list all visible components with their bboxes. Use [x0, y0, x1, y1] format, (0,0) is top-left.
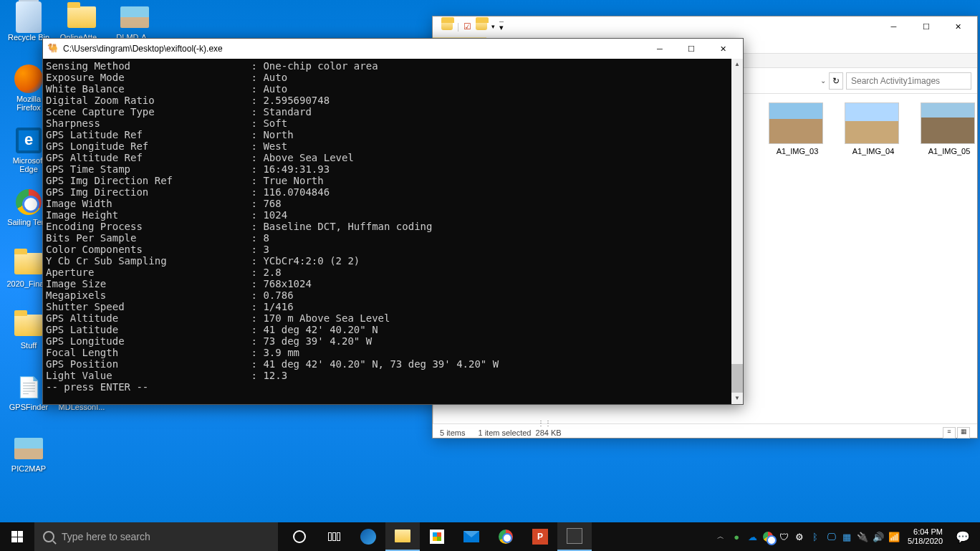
- explorer-titlebar[interactable]: | ☑ ▾ ▾ ─ ☐ ✕: [433, 16, 977, 37]
- tray-bluetooth-icon[interactable]: ᛒ: [807, 522, 823, 551]
- console-title: C:\Users\dingram\Desktop\exiftool(-k).ex…: [63, 44, 223, 54]
- taskbar-mail[interactable]: [454, 522, 489, 551]
- tray-power-icon[interactable]: 🔌: [855, 522, 870, 551]
- minimize-button[interactable]: ─: [644, 39, 676, 58]
- notification-icon: 💬: [956, 530, 970, 544]
- task-view-button[interactable]: [317, 522, 351, 551]
- nav-resize-handle[interactable]: ⋮⋮: [537, 419, 546, 428]
- console-titlebar[interactable]: 🐫 C:\Users\dingram\Desktop\exiftool(-k).…: [43, 39, 743, 59]
- thumbnail-icon: [921, 102, 975, 144]
- pic2map-shortcut[interactable]: PIC2MAP: [4, 434, 53, 473]
- tray-display-icon[interactable]: 🖵: [823, 522, 839, 551]
- taskbar-store[interactable]: [420, 522, 454, 551]
- taskbar-powerpoint[interactable]: P: [523, 522, 557, 551]
- refresh-button[interactable]: ↻: [829, 72, 843, 90]
- folder-onlineatte[interactable]: OnlineAtte...: [57, 3, 106, 42]
- scroll-thumb[interactable]: [731, 364, 743, 393]
- maximize-button[interactable]: ☐: [910, 17, 942, 36]
- qat-overflow-icon[interactable]: ▾: [499, 21, 504, 32]
- file-a1-img-04[interactable]: A1_IMG_04: [845, 102, 902, 155]
- taskview-icon: [328, 532, 340, 541]
- close-button[interactable]: ✕: [707, 39, 739, 58]
- thumbnail-icon: [845, 102, 899, 144]
- close-button[interactable]: ✕: [942, 17, 974, 36]
- powerpoint-icon: P: [532, 529, 548, 545]
- console-output[interactable]: Sensing Method : One-chip color area Exp…: [43, 59, 743, 394]
- tray-onedrive-icon[interactable]: ☁: [744, 522, 760, 551]
- folder-icon: [441, 21, 453, 32]
- qat-separator: |: [457, 21, 459, 32]
- status-selected: 1 item selected 284 KB: [478, 428, 561, 437]
- thumbnail-icon: [769, 102, 823, 144]
- tray-overflow-icon[interactable]: ︿: [713, 522, 729, 551]
- tray-chrome-icon[interactable]: [760, 522, 776, 551]
- taskbar-console[interactable]: [557, 522, 592, 551]
- address-dropdown-icon[interactable]: ⌄: [820, 77, 826, 85]
- maximize-button[interactable]: ☐: [676, 39, 707, 58]
- app-icon: 🐫: [47, 43, 59, 54]
- windows-icon: [11, 531, 23, 542]
- view-thumbnails-icon[interactable]: ▦: [957, 427, 970, 439]
- action-center-button[interactable]: 💬: [948, 530, 977, 544]
- search-placeholder: Type here to search: [62, 531, 150, 542]
- recycle-bin-icon[interactable]: Recycle Bin: [4, 3, 53, 42]
- file-a1-img-03[interactable]: A1_IMG_03: [769, 102, 826, 155]
- status-item-count: 5 items: [440, 428, 465, 437]
- scroll-track[interactable]: [731, 70, 743, 393]
- taskbar-clock[interactable]: 6:04 PM5/18/2020: [902, 527, 948, 546]
- edge-icon: [360, 529, 376, 545]
- view-details-icon[interactable]: ≡: [943, 427, 956, 439]
- minimize-button[interactable]: ─: [878, 17, 910, 36]
- cortana-icon: [293, 530, 306, 543]
- system-tray: ︿ ● ☁ 🛡 ⚙ ᛒ 🖵 ▦ 🔌 🔊 📶 6:04 PM5/18/2020 💬: [713, 522, 980, 551]
- scroll-up-icon[interactable]: ▲: [731, 59, 743, 70]
- tray-wifi-icon[interactable]: 📶: [886, 522, 902, 551]
- start-button[interactable]: [0, 522, 34, 551]
- qat-checkbox-icon[interactable]: ☑: [463, 21, 471, 32]
- image-dlmd[interactable]: DLMD-A...: [110, 3, 159, 42]
- taskbar-search[interactable]: Type here to search: [34, 522, 278, 551]
- chrome-icon: [499, 530, 513, 544]
- taskbar-chrome[interactable]: [489, 522, 523, 551]
- tray-security-icon[interactable]: 🛡: [776, 522, 792, 551]
- console-icon: [567, 528, 582, 544]
- tray-gpu-icon[interactable]: ▦: [839, 522, 855, 551]
- taskbar-edge[interactable]: [351, 522, 385, 551]
- console-window: 🐫 C:\Users\dingram\Desktop\exiftool(-k).…: [42, 38, 744, 405]
- tray-app-icon[interactable]: ●: [729, 522, 744, 551]
- scroll-down-icon[interactable]: ▼: [731, 393, 743, 404]
- search-input[interactable]: Search Activity1images: [846, 72, 971, 90]
- mail-icon: [463, 531, 479, 542]
- taskbar: Type here to search P ︿ ● ☁ 🛡 ⚙ ᛒ 🖵 ▦ 🔌 …: [0, 522, 980, 551]
- tray-volume-icon[interactable]: 🔊: [870, 522, 886, 551]
- explorer-status-bar: 5 items 1 item selected 284 KB ≡ ▦: [433, 423, 977, 441]
- folder-icon: [395, 530, 410, 542]
- search-icon: [43, 531, 54, 542]
- qat-dropdown-icon[interactable]: ▾: [491, 23, 495, 30]
- file-a1-img-05[interactable]: A1_IMG_05: [921, 102, 978, 155]
- taskbar-explorer[interactable]: [385, 522, 420, 551]
- scrollbar[interactable]: ▲ ▼: [731, 59, 743, 404]
- qat-folder-icon[interactable]: [476, 21, 487, 32]
- store-icon: [430, 530, 444, 544]
- cortana-button[interactable]: [282, 522, 317, 551]
- tray-settings-icon[interactable]: ⚙: [792, 522, 807, 551]
